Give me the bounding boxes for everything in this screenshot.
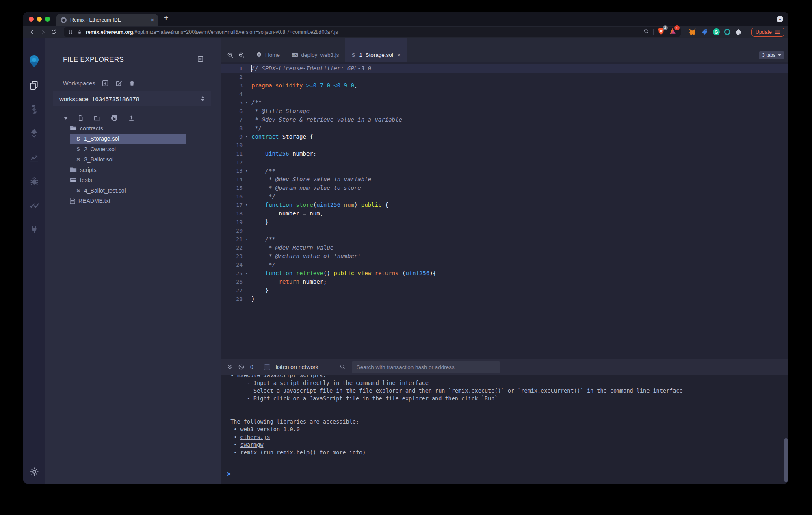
code-line[interactable]: 18 number = num; [221, 209, 788, 218]
code-line[interactable]: 25▾ function retrieve() public view retu… [221, 269, 788, 278]
tree-item-scripts[interactable]: scripts [70, 165, 186, 175]
rail-debugger[interactable] [23, 169, 45, 193]
library-link[interactable]: ethers.js [240, 434, 270, 440]
zoom-in-icon[interactable] [238, 52, 245, 59]
zoom-out-icon[interactable] [227, 52, 234, 59]
code-line[interactable]: 8 */ [221, 124, 788, 133]
code-line[interactable]: 9▾contract Storage { [221, 133, 788, 141]
brave-shield-icon[interactable]: 2 [657, 27, 665, 37]
code-line[interactable]: 24 */ [221, 261, 788, 269]
tree-item-2_Owner.sol[interactable]: S2_Owner.sol [70, 144, 186, 154]
tab-close-icon[interactable]: × [151, 17, 154, 23]
collapse-terminal-icon[interactable] [227, 364, 232, 370]
code-line[interactable]: 19 } [221, 218, 788, 226]
rail-static-analysis[interactable] [23, 145, 45, 169]
rail-settings[interactable] [23, 463, 45, 480]
panel-menu-icon[interactable] [197, 56, 204, 64]
new-tab-button[interactable]: + [164, 13, 169, 23]
editor-tab-1_Storage.sol[interactable]: S1_Storage.sol× [345, 38, 407, 62]
rail-file-explorer[interactable] [23, 73, 45, 97]
github-icon[interactable] [110, 114, 118, 122]
rail-remix-logo[interactable] [23, 49, 45, 73]
tree-item-1_Storage.sol[interactable]: S1_Storage.sol [70, 134, 186, 144]
tab-search-icon[interactable]: ▾ [777, 16, 783, 22]
new-folder-icon[interactable] [93, 115, 101, 122]
code-line[interactable]: 14 * @dev Store value in variable [221, 175, 788, 184]
minimize-window-button[interactable] [37, 17, 42, 22]
tree-item-contracts[interactable]: contracts [70, 123, 186, 134]
library-link[interactable]: web3 version 1.0.0 [240, 426, 300, 432]
reload-button[interactable] [48, 29, 59, 35]
code-line[interactable]: 17▾ function store(uint256 num) public { [221, 201, 788, 209]
menu-icon[interactable] [775, 30, 780, 34]
teal-extension-icon[interactable] [724, 29, 730, 35]
file-tree: contractsS1_Storage.solS2_Owner.solS3_Ba… [70, 123, 186, 206]
editor-tab-Home[interactable]: Home [250, 38, 286, 62]
zoom-window-button[interactable] [45, 17, 50, 22]
tree-item-3_Ballot.sol[interactable]: S3_Ballot.sol [70, 154, 186, 165]
add-workspace-icon[interactable] [102, 80, 109, 87]
delete-workspace-icon[interactable] [129, 80, 135, 87]
code-line[interactable]: 27 } [221, 286, 788, 295]
code-editor[interactable]: 1// SPDX-License-Identifier: GPL-3.023pr… [221, 62, 788, 349]
rail-plugin-manager[interactable] [23, 217, 45, 241]
upload-icon[interactable] [128, 115, 135, 122]
close-icon[interactable]: × [397, 52, 401, 59]
library-link[interactable]: swarmgw [240, 441, 264, 448]
tree-item-4_Ballot_test.sol[interactable]: S4_Ballot_test.sol [70, 185, 186, 196]
code-line[interactable]: 21▾ /** [221, 235, 788, 243]
adblocker-icon[interactable]: 1 [669, 27, 677, 37]
code-line[interactable]: 3pragma solidity >=0.7.0 <0.9.0; [221, 81, 788, 90]
browser-tab[interactable]: Remix - Ethereum IDE × [56, 14, 158, 26]
url-bar[interactable]: remix.ethereum.org/#optimize=false&runs=… [64, 27, 681, 37]
rail-unit-testing[interactable] [23, 193, 45, 217]
code-line[interactable]: 7 * @dev Store & retrieve value in a var… [221, 115, 788, 124]
code-line[interactable]: 5▾/** [221, 98, 788, 107]
rename-workspace-icon[interactable] [115, 80, 123, 87]
plug-icon [29, 224, 39, 234]
code-line[interactable]: 12 [221, 158, 788, 167]
tag-extension-icon[interactable] [701, 28, 708, 36]
terminal-output[interactable]: • Execute JavaScript Scripts: - Input a … [221, 375, 788, 484]
terminal-search-input[interactable] [352, 361, 500, 373]
code-line[interactable]: 13▾ /** [221, 167, 788, 175]
zoom-page-icon[interactable] [643, 28, 650, 36]
extensions-puzzle-icon[interactable] [735, 28, 742, 36]
grammarly-icon[interactable]: G [713, 28, 720, 35]
code-line[interactable]: 4 [221, 90, 788, 98]
editor-tab-deploy_web3.js[interactable]: JSdeploy_web3.js [286, 38, 345, 62]
code-line[interactable]: 2 [221, 73, 788, 81]
code-line[interactable]: 20 [221, 226, 788, 235]
terminal-scrollbar[interactable] [784, 438, 788, 482]
code-line[interactable]: 6 * @title Storage [221, 107, 788, 115]
rail-solidity-compiler[interactable] [23, 97, 45, 121]
close-window-button[interactable] [29, 17, 34, 22]
solidity-file-icon: S [76, 156, 81, 163]
code-line[interactable]: 16 */ [221, 192, 788, 201]
forward-button[interactable] [38, 29, 48, 35]
code-line[interactable]: 10 [221, 141, 788, 150]
update-button[interactable]: Update [751, 28, 784, 37]
new-file-icon[interactable] [78, 115, 84, 122]
code-line[interactable]: 23 * @return value of 'number' [221, 252, 788, 261]
code-line[interactable]: 26 return number; [221, 278, 788, 286]
code-line[interactable]: 28} [221, 295, 788, 303]
terminal-resize-handle[interactable] [221, 349, 788, 359]
code-line[interactable]: 1// SPDX-License-Identifier: GPL-3.0 [221, 64, 788, 73]
metamask-icon[interactable] [688, 28, 697, 36]
workspace-select[interactable]: workspace_16345735186878 [53, 91, 211, 106]
code-line[interactable]: 15 * @param num value to store [221, 184, 788, 192]
rail-deploy-run[interactable] [23, 121, 45, 145]
listen-network-checkbox[interactable] [264, 364, 270, 370]
library-text: remix (run remix.help() for more info) [240, 449, 366, 456]
code-line[interactable]: 22 * @dev Return value [221, 243, 788, 252]
code-line[interactable]: 11 uint256 number; [221, 150, 788, 158]
bookmark-icon[interactable] [68, 29, 74, 35]
tree-item-tests[interactable]: tests [70, 175, 186, 186]
tree-item-README.txt[interactable]: README.txt [70, 196, 186, 206]
tabs-count-badge[interactable]: 3 tabs [759, 51, 784, 59]
collapse-tree-icon[interactable] [64, 117, 68, 120]
terminal-prompt[interactable]: > [227, 470, 231, 478]
clear-terminal-icon[interactable] [238, 364, 245, 370]
back-button[interactable] [27, 29, 38, 35]
